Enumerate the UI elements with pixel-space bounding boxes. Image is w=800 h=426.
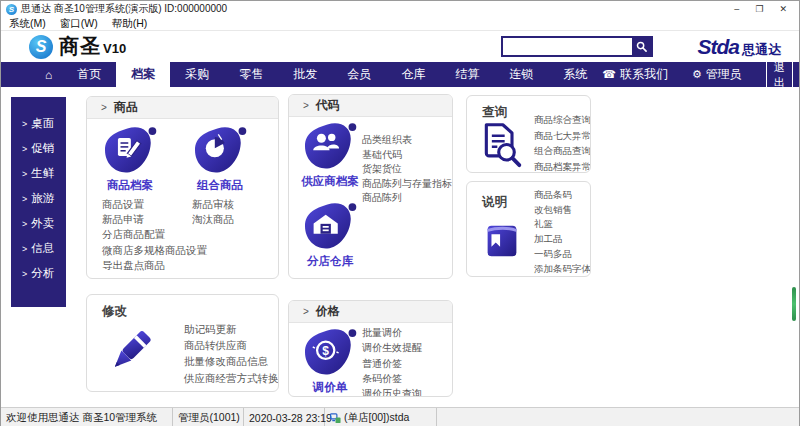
card-modify-title: 修改	[102, 303, 127, 320]
feature-product-archive[interactable]: 商品档案	[99, 125, 161, 193]
link-item[interactable]: 商品七大异常	[534, 128, 591, 144]
minimize-button[interactable]: –	[734, 4, 739, 14]
price-links: 批量调价 调价生效提醒 普通价签 条码价签 调价历史查询	[362, 325, 422, 397]
phone-icon: ☎	[602, 68, 616, 81]
chevron-right-icon: >	[22, 169, 27, 179]
link-item[interactable]: 商品档案异常	[534, 159, 591, 173]
nav-item-warehouse[interactable]: 仓库	[386, 62, 440, 87]
card-query-title: 查询	[482, 104, 507, 121]
main-navbar: ⌂ 首页 档案 采购 零售 批发 会员 仓库 结算 连锁 系统 ☎ 联系我们 ⚙…	[1, 62, 799, 87]
feature-label: 分店仓库	[307, 254, 353, 269]
sidebar-item-fresh[interactable]: >生鲜	[11, 161, 66, 186]
link-item[interactable]: 商品转供应商	[184, 337, 279, 353]
close-button[interactable]: ✕	[779, 4, 787, 14]
card-manual: 说明 商品条码 改包销售 礼篮 加工品 一码多品 添加条码字体	[466, 181, 591, 277]
manual-links: 商品条码 改包销售 礼篮 加工品 一码多品 添加条码字体	[534, 188, 591, 276]
nav-item-settle[interactable]: 结算	[440, 62, 494, 87]
nav-item-archives[interactable]: 档案	[116, 62, 170, 87]
feature-combo-product[interactable]: 组合商品	[189, 125, 251, 193]
nav-item-system[interactable]: 系统	[548, 62, 602, 87]
card-modify: 修改 助记码更新 商品转供应商 批量修改商品信息 供应商经营方式转换	[86, 294, 279, 392]
book-icon[interactable]	[479, 218, 525, 264]
status-datetime: 2020-03-28 23:19	[244, 408, 325, 426]
sidebar-item-travel[interactable]: >旅游	[11, 186, 66, 211]
link-item[interactable]: 添加条码字体	[534, 262, 591, 277]
link-item[interactable]: 改包销售	[534, 203, 591, 218]
contact-us[interactable]: ☎ 联系我们	[602, 66, 668, 83]
query-links: 商品综合查询 商品七大异常 组合商品查询 商品档案异常	[534, 112, 591, 173]
link-item[interactable]: 商品综合查询	[534, 112, 591, 128]
menu-system[interactable]: 系统(M)	[9, 17, 46, 31]
card-code-header: > 代码	[289, 95, 452, 117]
link-item[interactable]: 货架货位	[362, 162, 452, 177]
home-icon[interactable]: ⌂	[45, 68, 52, 82]
link-item[interactable]: 商品陈列与存量指标	[362, 177, 452, 192]
sidebar-item-promotion[interactable]: >促销	[11, 136, 66, 161]
link-item[interactable]: 加工品	[534, 232, 591, 247]
link-item[interactable]: 供应商经营方式转换	[184, 370, 279, 386]
link-item[interactable]: 基础代码	[362, 148, 452, 163]
feature-supplier-archive[interactable]: 供应商档案	[299, 121, 361, 189]
link-item[interactable]: 品类组织表	[362, 133, 452, 148]
card-code: > 代码 供应商档案	[288, 94, 453, 279]
nav-item-wholesale[interactable]: 批发	[278, 62, 332, 87]
admin-menu[interactable]: ⚙ 管理员	[692, 66, 742, 83]
chevron-right-icon: >	[101, 102, 107, 113]
nav-item-retail[interactable]: 零售	[224, 62, 278, 87]
link-item[interactable]: 淘汰商品	[192, 212, 234, 227]
company-brand: Stda 思通达	[697, 35, 781, 59]
nav-item-chain[interactable]: 连锁	[494, 62, 548, 87]
link-item[interactable]: 新品审核	[192, 197, 234, 212]
main-content: >桌面 >促销 >生鲜 >旅游 >外卖 >信息 >分析 > 商品	[1, 87, 799, 407]
status-user: 管理员(1001)	[173, 408, 244, 426]
link-item[interactable]: 普通价签	[362, 356, 422, 371]
link-item[interactable]: 条码价签	[362, 371, 422, 386]
menu-help[interactable]: 帮助(H)	[112, 17, 148, 31]
document-search-icon[interactable]	[479, 120, 523, 168]
status-welcome: 欢迎使用思通达 商圣10管理系统	[1, 408, 173, 426]
sidebar-item-desktop[interactable]: >桌面	[11, 111, 66, 136]
chevron-right-icon: >	[22, 269, 27, 279]
link-item[interactable]: 导出盘点商品	[102, 258, 207, 273]
nav-item-member[interactable]: 会员	[332, 62, 386, 87]
search-input[interactable]	[503, 38, 632, 55]
restore-button[interactable]: ❐	[755, 4, 763, 14]
link-item[interactable]: 调价历史查询	[362, 386, 422, 397]
link-item[interactable]: 组合商品查询	[534, 143, 591, 159]
sidebar-item-info[interactable]: >信息	[11, 236, 66, 261]
statusbar: 欢迎使用思通达 商圣10管理系统 管理员(1001) 2020-03-28 23…	[1, 407, 799, 426]
chevron-right-icon: >	[22, 144, 27, 154]
chevron-right-icon: >	[303, 100, 309, 111]
link-item[interactable]: 批量修改商品信息	[184, 353, 279, 369]
status-store: (单店[00])stda	[325, 408, 437, 426]
pie-chart-icon	[191, 125, 249, 175]
vertical-scrollbar-thumb[interactable]	[792, 287, 796, 321]
search-button[interactable]	[632, 36, 651, 57]
card-product-title: 商品	[114, 99, 138, 116]
link-item[interactable]: 微商店多规格商品设置	[102, 243, 207, 258]
link-item[interactable]: 礼篮	[534, 217, 591, 232]
admin-label: 管理员	[706, 66, 742, 83]
sidebar-item-takeout[interactable]: >外卖	[11, 211, 66, 236]
sidebar-item-analysis[interactable]: >分析	[11, 261, 66, 286]
link-item[interactable]: 分店商品配置	[102, 227, 207, 242]
chevron-right-icon: >	[303, 306, 309, 317]
feature-price-adjustment[interactable]: $ 调价单	[299, 327, 361, 395]
link-item[interactable]: 商品条码	[534, 188, 591, 203]
nav-item-purchase[interactable]: 采购	[170, 62, 224, 87]
product-name: 商圣	[59, 33, 101, 60]
status-store-label: (单店[00])stda	[344, 411, 409, 425]
link-item[interactable]: 助记码更新	[184, 321, 279, 337]
feature-branch-warehouse[interactable]: 分店仓库	[299, 201, 361, 269]
card-product-header: > 商品	[87, 97, 278, 119]
product-links-right: 新品审核 淘汰商品	[192, 197, 234, 227]
link-item[interactable]: 调价生效提醒	[362, 340, 422, 355]
menu-window[interactable]: 窗口(W)	[60, 17, 98, 31]
card-price-title: 价格	[316, 303, 340, 320]
search-icon	[636, 41, 647, 52]
link-item[interactable]: 商品陈列	[362, 191, 452, 206]
nav-item-home[interactable]: 首页	[62, 62, 116, 87]
link-item[interactable]: 一码多品	[534, 247, 591, 262]
pencil-icon[interactable]	[101, 321, 157, 383]
link-item[interactable]: 批量调价	[362, 325, 422, 340]
